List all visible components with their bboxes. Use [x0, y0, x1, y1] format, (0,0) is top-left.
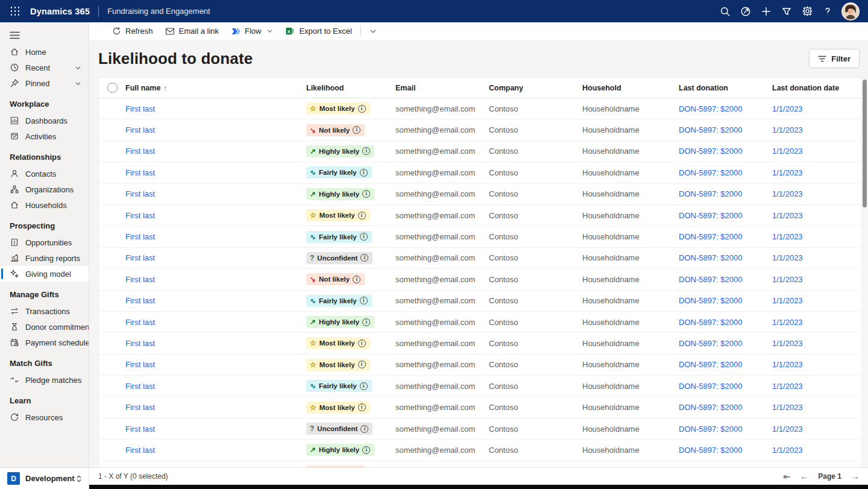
help-icon[interactable] — [817, 1, 838, 22]
column-header-household[interactable]: Household — [582, 84, 679, 92]
filter-funnel-icon[interactable] — [776, 1, 797, 22]
table-row[interactable]: First last ☆ Most likely i something@ema… — [99, 355, 868, 376]
table-row[interactable]: First last ∿ Fairly likely i something@e… — [99, 376, 868, 397]
contact-name-link[interactable]: First last — [125, 275, 155, 284]
info-icon[interactable]: i — [362, 147, 370, 155]
column-header-company[interactable]: Company — [489, 84, 582, 92]
column-header-last-donation-date[interactable]: Last donation date — [772, 84, 868, 92]
info-icon[interactable]: i — [358, 339, 366, 347]
sidebar-item-payment-schedules[interactable]: Payment schedules — [0, 335, 89, 350]
compass-icon[interactable] — [735, 1, 756, 22]
last-donation-date-link[interactable]: 1/1/2023 — [772, 446, 803, 455]
table-row[interactable]: First last ☆ Most likely i something@ema… — [99, 397, 868, 418]
sidebar-item-transactions[interactable]: Transactions — [0, 303, 89, 319]
last-donation-date-link[interactable]: 1/1/2023 — [772, 360, 803, 369]
contact-name-link[interactable]: First last — [125, 424, 155, 434]
column-header-full-name[interactable]: Full name↑ — [125, 84, 306, 92]
last-donation-date-link[interactable]: 1/1/2023 — [772, 168, 803, 177]
last-donation-link[interactable]: DON-5897: $2000 — [679, 232, 743, 241]
sidebar-item-pinned[interactable]: Pinned — [0, 75, 89, 91]
info-icon[interactable]: i — [358, 212, 366, 219]
last-donation-link[interactable]: DON-5897: $2000 — [679, 424, 743, 434]
info-icon[interactable]: i — [358, 403, 366, 411]
last-donation-link[interactable]: DON-5897: $2000 — [679, 403, 743, 412]
table-row[interactable]: First last ? Unconfident i something@ema… — [99, 248, 868, 269]
chevron-down-icon[interactable] — [75, 65, 81, 71]
last-donation-date-link[interactable]: 1/1/2023 — [772, 104, 803, 113]
last-donation-link[interactable]: DON-5897: $2000 — [679, 104, 743, 113]
last-donation-link[interactable]: DON-5897: $2000 — [679, 467, 743, 467]
table-row[interactable]: First last ∿ Fairly likely i something@e… — [99, 291, 868, 312]
info-icon[interactable]: i — [360, 169, 368, 177]
contact-name-link[interactable]: First last — [125, 147, 155, 156]
app-name[interactable]: Fundraising and Engagement — [107, 7, 210, 16]
contact-name-link[interactable]: First last — [125, 360, 155, 369]
last-donation-link[interactable]: DON-5897: $2000 — [679, 168, 743, 177]
last-donation-link[interactable]: DON-5897: $2000 — [679, 296, 743, 305]
refresh-button[interactable]: Refresh — [106, 22, 159, 40]
last-donation-link[interactable]: DON-5897: $2000 — [679, 253, 743, 262]
table-row[interactable]: First last ↘ Not likely i something@emai… — [99, 461, 868, 467]
contact-name-link[interactable]: First last — [125, 296, 155, 305]
last-donation-date-link[interactable]: 1/1/2023 — [772, 296, 803, 305]
sidebar-item-opportunities[interactable]: Opportunities — [0, 235, 89, 250]
search-icon[interactable] — [715, 1, 735, 22]
first-page-button[interactable]: ⇤ — [784, 472, 791, 481]
dynamics-brand[interactable]: Dynamics 365 — [30, 7, 90, 16]
info-icon[interactable]: i — [353, 276, 360, 283]
sidebar-item-resources[interactable]: Resources — [0, 409, 89, 425]
contact-name-link[interactable]: First last — [125, 403, 155, 412]
vertical-scrollbar-thumb[interactable] — [863, 80, 867, 207]
table-row[interactable]: First last ∿ Fairly likely i something@e… — [99, 162, 868, 183]
previous-page-button[interactable]: ← — [800, 472, 808, 481]
info-icon[interactable]: i — [360, 233, 368, 241]
info-icon[interactable]: i — [360, 254, 368, 262]
last-donation-date-link[interactable]: 1/1/2023 — [772, 211, 803, 220]
waffle-menu-icon[interactable] — [7, 4, 23, 19]
table-row[interactable]: First last ☆ Most likely i something@ema… — [99, 333, 868, 354]
info-icon[interactable]: i — [360, 297, 368, 304]
export-to-excel-button[interactable]: X Export to Excel — [279, 22, 357, 40]
contact-name-link[interactable]: First last — [125, 467, 155, 467]
last-donation-date-link[interactable]: 1/1/2023 — [772, 318, 803, 327]
last-donation-date-link[interactable]: 1/1/2023 — [772, 424, 803, 434]
email-a-link-button[interactable]: Email a link — [159, 22, 225, 40]
info-icon[interactable]: i — [358, 361, 366, 368]
info-icon[interactable]: i — [362, 446, 370, 454]
filter-button[interactable]: Filter — [809, 49, 860, 68]
select-all-checkbox[interactable] — [107, 83, 118, 93]
table-row[interactable]: First last ↘ Not likely i something@emai… — [99, 119, 868, 140]
sidebar-item-recent[interactable]: Recent — [0, 60, 89, 75]
contact-name-link[interactable]: First last — [125, 253, 155, 262]
table-row[interactable]: First last ↗ Highly likely i something@e… — [99, 184, 868, 205]
last-donation-date-link[interactable]: 1/1/2023 — [772, 147, 803, 156]
export-options-chevron[interactable] — [363, 22, 383, 40]
contact-name-link[interactable]: First last — [125, 168, 155, 177]
table-row[interactable]: First last ↘ Not likely i something@emai… — [99, 269, 868, 290]
sidebar-item-households[interactable]: Households — [0, 197, 89, 213]
info-icon[interactable]: i — [358, 105, 366, 113]
last-donation-date-link[interactable]: 1/1/2023 — [772, 232, 803, 241]
contact-name-link[interactable]: First last — [125, 232, 155, 241]
last-donation-date-link[interactable]: 1/1/2023 — [772, 339, 803, 348]
settings-gear-icon[interactable] — [797, 1, 817, 22]
last-donation-link[interactable]: DON-5897: $2000 — [679, 446, 743, 455]
table-row[interactable]: First last ? Unconfident i something@ema… — [99, 418, 868, 440]
chevron-down-icon[interactable] — [75, 80, 81, 87]
contact-name-link[interactable]: First last — [125, 339, 155, 348]
last-donation-link[interactable]: DON-5897: $2000 — [679, 211, 743, 220]
contact-name-link[interactable]: First last — [125, 125, 155, 134]
last-donation-link[interactable]: DON-5897: $2000 — [679, 147, 743, 156]
last-donation-date-link[interactable]: 1/1/2023 — [772, 403, 803, 412]
sidebar-item-pledge-matches[interactable]: Pledge matches — [0, 372, 89, 388]
sidebar-item-contacts[interactable]: Contacts — [0, 166, 89, 181]
vertical-scrollbar-track[interactable] — [861, 78, 868, 467]
sidebar-item-organizations[interactable]: Organizations — [0, 181, 89, 197]
environment-picker[interactable]: D Development — [0, 467, 89, 489]
last-donation-link[interactable]: DON-5897: $2000 — [679, 382, 743, 391]
column-header-likelihood[interactable]: Likelihood — [306, 84, 395, 92]
sidebar-item-home[interactable]: Home — [0, 44, 89, 60]
sidebar-item-activities[interactable]: Activities — [0, 128, 89, 144]
last-donation-date-link[interactable]: 1/1/2023 — [772, 189, 803, 198]
table-row[interactable]: First last ↗ Highly likely i something@e… — [99, 440, 868, 461]
